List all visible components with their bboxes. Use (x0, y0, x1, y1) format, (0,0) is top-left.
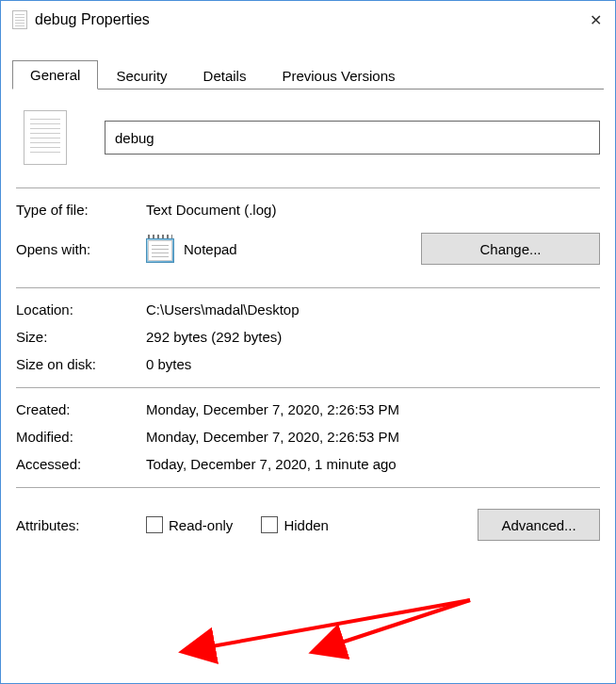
size-on-disk-value: 0 bytes (146, 356, 600, 372)
size-on-disk-row: Size on disk: 0 bytes (16, 350, 600, 378)
accessed-value: Today, December 7, 2020, 1 minute ago (146, 456, 600, 472)
tabs: General Security Details Previous Versio… (12, 59, 604, 90)
size-value: 292 bytes (292 bytes) (146, 329, 600, 345)
checkbox-icon (146, 516, 163, 533)
filename-input[interactable] (105, 121, 600, 155)
tab-general[interactable]: General (12, 60, 98, 90)
created-value: Monday, December 7, 2020, 2:26:53 PM (146, 401, 600, 417)
separator (16, 387, 600, 388)
title-left: debug Properties (12, 10, 150, 29)
type-of-file-row: Type of file: Text Document (.log) (16, 196, 600, 223)
attributes-row: Attributes: Read-only Hidden Advanced... (16, 496, 600, 546)
attributes-label: Attributes: (16, 517, 146, 533)
opens-with-row: Opens with: Notepad Change... (16, 223, 600, 278)
hidden-label: Hidden (284, 517, 329, 533)
modified-value: Monday, December 7, 2020, 2:26:53 PM (146, 429, 600, 445)
file-type-icon (24, 110, 67, 165)
location-row: Location: C:\Users\madal\Desktop (16, 296, 600, 323)
svg-line-1 (316, 600, 470, 651)
opens-with-value: Notepad Change... (146, 233, 600, 265)
location-label: Location: (16, 301, 146, 318)
tab-previous-versions[interactable]: Previous Versions (264, 61, 413, 90)
advanced-button[interactable]: Advanced... (478, 509, 600, 541)
svg-line-0 (186, 600, 470, 651)
separator (16, 287, 600, 288)
opens-with-app: Notepad (184, 241, 237, 257)
read-only-label: Read-only (169, 517, 233, 533)
window-title: debug Properties (35, 11, 150, 28)
properties-window: debug Properties ✕ General Security Deta… (0, 0, 616, 684)
attributes-values: Read-only Hidden Advanced... (146, 509, 600, 541)
type-of-file-value: Text Document (.log) (146, 202, 600, 218)
location-value: C:\Users\madal\Desktop (146, 301, 600, 318)
document-icon (12, 10, 27, 29)
general-panel: Type of file: Text Document (.log) Opens… (12, 90, 604, 546)
read-only-checkbox[interactable]: Read-only (146, 516, 233, 533)
accessed-label: Accessed: (16, 456, 146, 472)
hidden-checkbox[interactable]: Hidden (261, 516, 329, 533)
size-on-disk-label: Size on disk: (16, 356, 146, 372)
tab-details[interactable]: Details (186, 61, 265, 90)
close-icon[interactable]: ✕ (590, 11, 602, 29)
filename-row (16, 103, 600, 178)
checkbox-icon (261, 516, 278, 533)
titlebar: debug Properties ✕ (1, 1, 615, 39)
type-of-file-label: Type of file: (16, 202, 146, 218)
notepad-icon (146, 235, 174, 263)
modified-row: Modified: Monday, December 7, 2020, 2:26… (16, 423, 600, 450)
content: General Security Details Previous Versio… (1, 59, 615, 546)
opens-with-label: Opens with: (16, 241, 146, 257)
modified-label: Modified: (16, 429, 146, 445)
separator (16, 187, 600, 188)
size-row: Size: 292 bytes (292 bytes) (16, 323, 600, 350)
change-button[interactable]: Change... (421, 233, 600, 265)
tab-security[interactable]: Security (98, 61, 185, 90)
accessed-row: Accessed: Today, December 7, 2020, 1 min… (16, 450, 600, 478)
created-label: Created: (16, 401, 146, 417)
created-row: Created: Monday, December 7, 2020, 2:26:… (16, 396, 600, 423)
size-label: Size: (16, 329, 146, 345)
separator (16, 487, 600, 488)
